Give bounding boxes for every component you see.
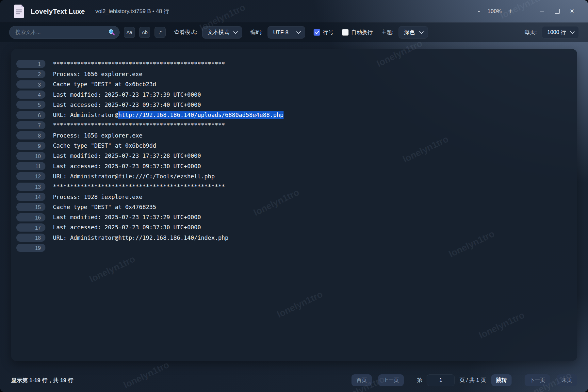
line-number: 1 [16,60,45,68]
line-number: 13 [16,183,45,191]
chevron-down-icon [233,29,238,34]
maximize-icon [555,9,560,14]
line-number: 15 [16,203,45,211]
page-number-input[interactable] [427,374,455,386]
theme-select[interactable]: 深色 [399,26,428,39]
search-icon[interactable] [108,29,115,36]
line-number: 6 [16,111,45,119]
editor-line[interactable]: 2Process: 1656 explorer.exe [11,69,577,79]
jump-button[interactable]: 跳转 [491,374,512,386]
line-number: 5 [16,101,45,109]
view-mode-label: 查看模式: [174,29,197,36]
minimize-button[interactable] [534,5,549,18]
line-number: 4 [16,90,45,99]
titlebar: LovelyText Luxe vol2_iehistory.txt759 B … [0,0,588,23]
selected-text: http://192.168.186.140/uploads/6880ad58e… [118,111,284,119]
editor-line[interactable]: 1***************************************… [11,59,577,69]
search-input[interactable] [9,26,120,39]
chevron-down-icon [419,29,424,34]
editor-line[interactable]: 6URL: Administrator@http://192.168.186.1… [11,110,577,120]
maximize-button[interactable] [549,5,564,18]
word-wrap-checkbox[interactable] [342,29,349,36]
line-text: Last modified: 2025-07-23 17:37:28 UTC+0… [53,153,201,159]
line-text: ****************************************… [53,61,225,67]
editor-line[interactable]: 9Cache type "DEST" at 0x6bcb9dd [11,140,577,151]
line-number: 9 [16,142,45,150]
page-prefix-label: 第 [417,377,422,384]
editor-line[interactable]: 16Last modified: 2025-07-23 17:37:29 UTC… [11,212,577,222]
editor-line[interactable]: 5Last accessed: 2025-07-23 09:37:40 UTC+… [11,100,577,110]
line-number: 3 [16,80,45,89]
encoding-value: UTF-8 [273,29,288,36]
editor-line[interactable]: 7***************************************… [11,120,577,130]
editor-line[interactable]: 4Last modified: 2025-07-23 17:37:39 UTC+… [11,90,577,100]
editor-line[interactable]: 18URL: Administrator@http://192.168.186.… [11,233,577,243]
editor-line[interactable]: 17Last accessed: 2025-07-23 09:37:30 UTC… [11,222,577,233]
line-text: URL: Administrator@http://192.168.186.14… [53,112,284,118]
line-numbers-label: 行号 [323,29,334,36]
zoom-level: 100% [484,8,505,15]
last-page-button[interactable]: 末页 [557,374,577,386]
page-size-label: 每页: [525,29,537,36]
editor-line[interactable]: 13**************************************… [11,182,577,192]
line-text: Last modified: 2025-07-23 17:37:29 UTC+0… [53,214,201,220]
match-case-button[interactable]: Aa [124,27,135,38]
whole-word-button[interactable]: Ab [139,27,150,38]
line-text: Last accessed: 2025-07-23 09:37:40 UTC+0… [53,102,201,108]
theme-label: 主题: [381,29,394,36]
editor-line[interactable]: 10Last modified: 2025-07-23 17:37:28 UTC… [11,151,577,161]
theme-value: 深色 [404,29,415,36]
word-wrap-toggle[interactable]: 自动换行 [342,29,373,36]
editor-line[interactable]: 15Cache type "DEST" at 0x4768235 [11,202,577,212]
view-mode-value: 文本模式 [208,29,229,36]
display-range-status: 显示第 1-19 行，共 19 行 [11,377,74,384]
editor-line[interactable]: 11Last accessed: 2025-07-23 09:37:30 UTC… [11,161,577,171]
line-number: 11 [16,162,45,170]
page-size-value: 1000 行 [547,29,566,36]
line-numbers-checkbox[interactable] [314,29,320,36]
view-mode-select[interactable]: 文本模式 [202,26,242,39]
line-text: Process: 1928 iexplore.exe [53,194,142,200]
zoom-out-button[interactable]: - [473,6,484,17]
line-number: 2 [16,70,45,78]
line-text: ****************************************… [53,122,225,128]
editor-line[interactable]: 19 [11,243,577,253]
word-wrap-label: 自动换行 [351,29,373,36]
editor-line[interactable]: 14Process: 1928 iexplore.exe [11,192,577,202]
encoding-label: 编码: [251,29,263,36]
titlebar-divider [525,7,525,16]
regex-button[interactable]: .* [155,27,166,38]
line-text: Last accessed: 2025-07-23 09:37:30 UTC+0… [53,224,201,231]
line-number: 17 [16,223,45,232]
editor-line[interactable]: 3Cache type "DEST" at 0x6bcb23d [11,79,577,90]
close-button[interactable]: ✕ [564,5,580,18]
line-number: 19 [16,244,45,252]
editor-panel: 1***************************************… [11,49,577,361]
zoom-in-button[interactable]: + [505,6,516,17]
editor-line[interactable]: 12URL: Administrator@file:///C:/Tools/ez… [11,171,577,181]
line-text: Process: 1656 explorer.exe [53,132,142,139]
line-numbers-toggle[interactable]: 行号 [314,29,334,36]
minimize-icon [540,11,544,12]
line-number: 8 [16,131,45,139]
line-number: 18 [16,234,45,242]
line-text: URL: Administrator@file:///C:/Tools/ezsh… [53,173,215,180]
page-suffix-label: 页 / 共 1 页 [459,377,486,384]
chevron-down-icon [570,29,575,34]
prev-page-button[interactable]: 上一页 [378,374,404,386]
first-page-button[interactable]: 首页 [351,374,372,386]
encoding-select[interactable]: UTF-8 [268,26,305,39]
page-size-select[interactable]: 1000 行 [542,26,579,39]
file-meta: 759 B • 48 行 [136,8,169,14]
line-text: Cache type "DEST" at 0x6bcb23d [53,81,156,88]
line-number: 10 [16,152,45,160]
line-text: Last accessed: 2025-07-23 09:37:30 UTC+0… [53,163,201,170]
line-number: 16 [16,213,45,221]
search-box [9,26,120,39]
line-text: ****************************************… [53,183,225,190]
next-page-button[interactable]: 下一页 [525,374,550,386]
editor-line[interactable]: 8Process: 1656 explorer.exe [11,130,577,140]
line-text: Cache type "DEST" at 0x6bcb9dd [53,142,156,149]
line-text: Last modified: 2025-07-23 17:37:39 UTC+0… [53,91,201,98]
chevron-down-icon [296,29,301,34]
